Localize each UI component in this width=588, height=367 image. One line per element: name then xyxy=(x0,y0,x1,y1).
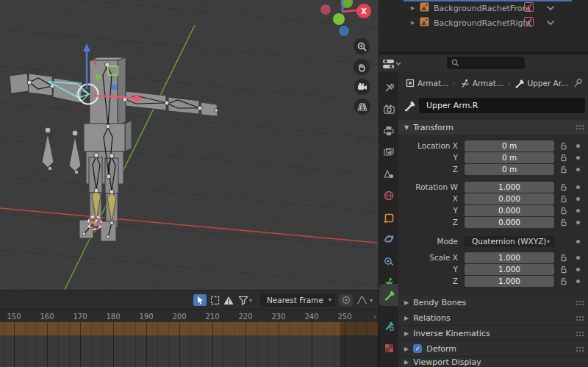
blender-window: X xyxy=(0,0,588,367)
rotation-z-field[interactable]: 0.000 xyxy=(465,217,554,228)
location-z-field[interactable]: 0 m xyxy=(465,164,554,175)
lock-icon[interactable] xyxy=(554,142,573,150)
navigation-gizmo[interactable]: X xyxy=(320,0,371,36)
tab-tool[interactable] xyxy=(379,78,398,97)
drag-handle-icon[interactable] xyxy=(576,346,584,353)
divider xyxy=(398,118,588,118)
drag-handle-icon[interactable] xyxy=(576,300,584,307)
tab-constraints[interactable] xyxy=(379,252,398,271)
deform-checkbox[interactable]: ✓ xyxy=(413,344,422,353)
axis-ball-negz xyxy=(339,26,349,36)
panel-viewport-display[interactable]: ▶ Viewport Display xyxy=(398,356,588,367)
perspective-toggle-button[interactable] xyxy=(354,99,370,115)
lock-icon[interactable] xyxy=(554,218,573,227)
lock-icon[interactable] xyxy=(554,277,573,285)
image-link-icon[interactable] xyxy=(524,17,534,29)
tab-texture[interactable] xyxy=(379,338,398,357)
editor-type-icon[interactable] xyxy=(383,58,401,72)
scale-z-field[interactable]: 1.000 xyxy=(465,276,554,287)
breadcrumb-bone[interactable]: Upper Ar... xyxy=(514,79,568,88)
tab-physics[interactable] xyxy=(379,229,398,249)
3d-viewport[interactable]: X xyxy=(0,0,379,290)
image-link-icon[interactable] xyxy=(524,2,534,14)
rotation-y-field[interactable]: 0.000 xyxy=(465,205,554,216)
animate-dot[interactable] xyxy=(576,209,580,213)
rotation-w-field[interactable]: 1.000 xyxy=(465,182,554,193)
animate-dot[interactable] xyxy=(576,268,580,271)
panel-deform[interactable]: ▶ ✓ Deform xyxy=(398,341,588,356)
timeline-ruler[interactable]: 150 160 170 180 190 200 210 220 230 240 … xyxy=(0,310,379,322)
lock-icon[interactable] xyxy=(554,165,573,174)
animate-dot[interactable] xyxy=(576,256,580,260)
drag-handle-icon[interactable] xyxy=(576,331,584,338)
filter-icon[interactable] xyxy=(237,294,250,306)
transform-panel-header[interactable]: ▼ Transform xyxy=(398,120,588,135)
falloff-curve-icon[interactable] xyxy=(355,294,368,306)
disclosure-triangle-icon[interactable]: ▶ xyxy=(411,20,415,26)
field-label: Rotation W xyxy=(398,182,465,191)
tab-output[interactable] xyxy=(379,121,398,140)
chevron-down-icon[interactable] xyxy=(546,18,555,28)
drag-handle-icon[interactable] xyxy=(576,316,584,322)
select-tool-button[interactable] xyxy=(193,294,207,306)
box-select-icon[interactable] xyxy=(208,294,221,306)
ruler-collapse-arrow[interactable]: ‹ xyxy=(373,313,376,321)
tab-view-layer[interactable] xyxy=(379,143,398,162)
panel-bendy-bones[interactable]: ▶ Bendy Bones xyxy=(398,294,588,310)
panel-title: Relations xyxy=(413,313,451,323)
outliner-row[interactable]: ▶ BackgroundRachetFront xyxy=(379,1,588,15)
tab-bone-active[interactable] xyxy=(379,284,398,306)
animate-dot[interactable] xyxy=(576,240,580,243)
interpolation-dropdown[interactable]: Nearest Frame ▾ xyxy=(260,293,335,307)
tab-scene[interactable] xyxy=(379,165,398,184)
dope-sheet-timeline[interactable]: ▾ Nearest Frame ▾ ▾ 150 160 170 180 190 … xyxy=(0,290,379,367)
lock-icon[interactable] xyxy=(554,154,573,162)
disclosure-triangle-icon[interactable]: ▶ xyxy=(411,5,415,11)
panel-relations[interactable]: ▶ Relations xyxy=(398,310,588,325)
panel-inverse-kinematics[interactable]: ▶ Inverse Kinematics xyxy=(398,325,588,341)
filter-chevron-icon[interactable]: ▾ xyxy=(249,297,252,304)
animate-dot[interactable] xyxy=(576,197,580,201)
breadcrumb-object[interactable]: Armat... xyxy=(406,79,448,88)
camera-view-button[interactable] xyxy=(354,79,370,95)
lock-icon[interactable] xyxy=(554,183,573,191)
breadcrumb-armature-data[interactable]: Armat... xyxy=(460,79,503,88)
location-x-field[interactable]: 0 m xyxy=(465,140,554,152)
drag-handle-icon[interactable] xyxy=(576,124,584,131)
rotation-mode-dropdown[interactable]: Quaternion (WXYZ) ▾ xyxy=(465,236,554,247)
tab-world[interactable] xyxy=(379,186,398,205)
properties-search-input[interactable] xyxy=(447,57,525,69)
outliner[interactable]: ▶ BackgroundRachetFront ▶ BackgroundRach… xyxy=(379,0,588,52)
lock-icon[interactable] xyxy=(554,266,573,274)
bone-name-input[interactable]: Upper Arm.R xyxy=(419,98,585,113)
lock-icon[interactable] xyxy=(554,254,573,262)
timeline-channel-area[interactable] xyxy=(0,335,379,367)
tab-object[interactable] xyxy=(379,208,398,227)
outliner-item-label[interactable]: BackgroundRachetRight xyxy=(434,18,531,28)
chevron-down-icon[interactable] xyxy=(546,4,555,13)
animate-dot[interactable] xyxy=(576,185,580,189)
frame-range-band[interactable] xyxy=(0,322,379,335)
animate-dot[interactable] xyxy=(576,144,580,148)
scale-x-field[interactable]: 1.000 xyxy=(465,252,554,263)
pin-icon[interactable] xyxy=(573,78,583,90)
only-show-errors-icon[interactable] xyxy=(222,294,235,306)
zoom-button[interactable] xyxy=(354,38,370,54)
animate-dot[interactable] xyxy=(576,168,580,171)
tab-render[interactable] xyxy=(379,99,398,118)
tab-bone-constraints[interactable] xyxy=(379,316,398,335)
animate-dot[interactable] xyxy=(576,156,580,160)
lock-icon[interactable] xyxy=(554,207,573,215)
outliner-item-label[interactable]: BackgroundRachetFront xyxy=(434,4,531,13)
rotation-x-field[interactable]: 0.000 xyxy=(465,193,554,204)
location-y-field[interactable]: 0 m xyxy=(465,152,554,163)
field-label: Y xyxy=(398,265,465,274)
proportional-editing-button[interactable] xyxy=(339,294,353,306)
pan-hand-button[interactable] xyxy=(354,59,370,75)
falloff-chevron-icon[interactable]: ▾ xyxy=(370,297,373,304)
animate-dot[interactable] xyxy=(576,221,580,224)
scale-y-field[interactable]: 1.000 xyxy=(465,264,554,275)
outliner-row[interactable]: ▶ BackgroundRachetRight xyxy=(379,15,588,30)
animate-dot[interactable] xyxy=(576,279,580,283)
lock-icon[interactable] xyxy=(554,195,573,203)
